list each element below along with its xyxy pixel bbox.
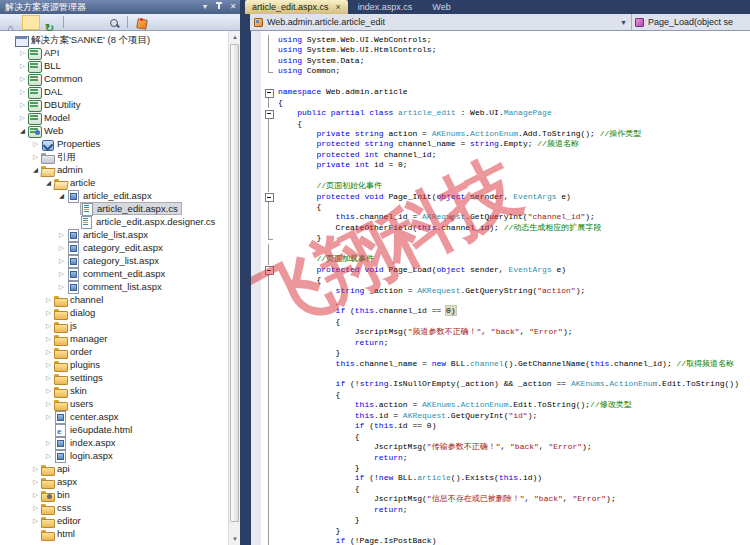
expander-icon[interactable]: ▷ xyxy=(43,319,54,332)
tree-item-body[interactable]: DAL xyxy=(28,85,62,98)
pane-splitter[interactable] xyxy=(240,0,250,545)
refresh-button[interactable] xyxy=(41,15,59,30)
close-icon[interactable]: ✕ xyxy=(226,1,240,13)
tree-item-body[interactable]: Properties xyxy=(41,137,100,150)
expander-icon[interactable]: ▷ xyxy=(30,137,41,150)
tree-item-body[interactable]: comment_list.aspx xyxy=(67,280,162,293)
tree-item[interactable]: ▷category_list.aspx xyxy=(0,254,240,267)
tree-item[interactable]: ▷aspx xyxy=(0,475,240,488)
tree-item-body[interactable]: editor xyxy=(41,514,81,527)
tree-item[interactable]: ▷BLL xyxy=(0,59,240,72)
tree-item[interactable]: ▷引用 xyxy=(0,150,240,163)
tree-item[interactable]: html xyxy=(0,527,240,540)
type-dropdown[interactable]: Web.admin.article.article_edit ▼ xyxy=(250,14,632,30)
tree-item[interactable]: ie6update.html xyxy=(0,423,240,436)
expander-icon[interactable]: ▷ xyxy=(56,280,67,293)
tree-item-body[interactable]: Web xyxy=(28,124,63,137)
tree-item[interactable]: ▷plugins xyxy=(0,358,240,371)
tree-item[interactable]: ▷api xyxy=(0,462,240,475)
tree-item[interactable]: ▷DAL xyxy=(0,85,240,98)
expander-icon[interactable]: ▷ xyxy=(30,488,41,501)
tree-item[interactable]: ▷manager xyxy=(0,332,240,345)
expander-icon[interactable]: ▷ xyxy=(30,150,41,163)
expander-icon[interactable]: ▷ xyxy=(17,59,28,72)
tree-item-body[interactable]: category_list.aspx xyxy=(67,254,159,267)
expander-icon[interactable]: ▷ xyxy=(17,85,28,98)
expander-icon[interactable]: ▷ xyxy=(56,267,67,280)
tree-item[interactable]: ▷css xyxy=(0,501,240,514)
tree-item-body[interactable]: BLL xyxy=(28,59,61,72)
tree-item-body[interactable]: Model xyxy=(28,111,70,124)
search-button[interactable] xyxy=(105,15,123,30)
tree-item-body[interactable]: article_list.aspx xyxy=(67,228,148,241)
expander-icon[interactable]: ▷ xyxy=(56,241,67,254)
pin-icon[interactable] xyxy=(212,1,226,13)
tree-item-body[interactable]: login.aspx xyxy=(54,449,113,462)
tree-item-body[interactable]: DBUtility xyxy=(28,98,80,111)
tab-article_edit.aspx.cs[interactable]: article_edit.aspx.cs× xyxy=(245,0,348,14)
expander-icon[interactable]: ▷ xyxy=(17,46,28,59)
tree-item[interactable]: ▷Properties xyxy=(0,137,240,150)
scroll-thumb[interactable] xyxy=(230,44,239,522)
tree-item-body[interactable]: html xyxy=(41,527,75,540)
tree-item-body[interactable]: order xyxy=(54,345,92,358)
package-button[interactable] xyxy=(131,15,149,30)
expander-icon[interactable]: ▷ xyxy=(43,384,54,397)
tree-item[interactable]: ▷comment_edit.aspx xyxy=(0,267,240,280)
tree-item[interactable]: ▷users xyxy=(0,397,240,410)
tree-item[interactable]: ▷comment_list.aspx xyxy=(0,280,240,293)
tree-item-body[interactable]: dialog xyxy=(54,306,95,319)
view-designer-button[interactable] xyxy=(86,15,104,30)
home-button[interactable] xyxy=(3,15,21,30)
tree-item-body[interactable]: manager xyxy=(54,332,108,345)
expander-icon[interactable]: ▷ xyxy=(17,111,28,124)
tree-item-body[interactable]: comment_edit.aspx xyxy=(67,267,165,280)
expander-icon[interactable]: ▷ xyxy=(30,462,41,475)
expander-icon[interactable]: ◢ xyxy=(56,189,67,202)
tree-item[interactable]: ▷settings xyxy=(0,371,240,384)
expander-icon[interactable]: ▷ xyxy=(43,410,54,423)
tab-index.aspx.cs[interactable]: index.aspx.cs xyxy=(348,0,423,14)
expander-icon[interactable]: ▷ xyxy=(43,345,54,358)
expander-icon[interactable]: ▷ xyxy=(56,228,67,241)
expander-icon[interactable]: ▷ xyxy=(43,436,54,449)
expander-icon[interactable]: ▷ xyxy=(17,98,28,111)
tree-item-body[interactable]: 引用 xyxy=(41,150,76,163)
expander-icon[interactable]: ◢ xyxy=(43,176,54,189)
tree-item[interactable]: ◢article_edit.aspx xyxy=(0,189,240,202)
tree-scrollbar[interactable]: ▲ ▼ xyxy=(228,31,240,545)
expander-icon[interactable]: ▷ xyxy=(43,332,54,345)
expander-icon[interactable]: ▷ xyxy=(43,371,54,384)
tree-item[interactable]: ▷center.aspx xyxy=(0,410,240,423)
tree-item[interactable]: ◢admin xyxy=(0,163,240,176)
fold-collapse-icon[interactable] xyxy=(261,108,278,118)
tree-item-body[interactable]: 解决方案'SANKE' (8 个项目) xyxy=(15,33,150,46)
member-dropdown[interactable]: Page_Load(object se xyxy=(632,14,750,30)
tree-item[interactable]: ▷dialog xyxy=(0,306,240,319)
tree-item-body[interactable]: API xyxy=(28,46,59,59)
tree-item[interactable]: ▷Model xyxy=(0,111,240,124)
show-all-files-button[interactable] xyxy=(22,15,40,30)
tree-item-body[interactable]: admin xyxy=(41,163,83,176)
tree-item-body[interactable]: channel xyxy=(54,293,103,306)
tree-item[interactable]: ▷article_list.aspx xyxy=(0,228,240,241)
tree-item[interactable]: ▷category_edit.aspx xyxy=(0,241,240,254)
tree-item-body[interactable]: settings xyxy=(54,371,103,384)
expander-icon[interactable]: ◢ xyxy=(30,163,41,176)
tree-item-body[interactable]: api xyxy=(41,462,70,475)
tree-item-body[interactable]: users xyxy=(54,397,93,410)
tree-item-body[interactable]: index.aspx xyxy=(54,436,115,449)
expander-icon[interactable]: ▷ xyxy=(43,358,54,371)
expander-icon[interactable]: ▷ xyxy=(30,501,41,514)
tree-item[interactable]: ▷API xyxy=(0,46,240,59)
tree-item[interactable]: ▷Common xyxy=(0,72,240,85)
tree-item-body[interactable]: article_edit.aspx xyxy=(67,189,152,202)
window-menu-icon[interactable]: ▾ xyxy=(198,1,212,13)
expander-icon[interactable]: ▷ xyxy=(43,293,54,306)
expander-icon[interactable]: ▷ xyxy=(56,254,67,267)
tree-item[interactable]: ◢article xyxy=(0,176,240,189)
tree-item[interactable]: article_edit.aspx.designer.cs xyxy=(0,215,240,228)
fold-collapse-icon[interactable] xyxy=(261,265,278,275)
tree-item[interactable]: ▷index.aspx xyxy=(0,436,240,449)
tree-item[interactable]: ▷editor xyxy=(0,514,240,527)
